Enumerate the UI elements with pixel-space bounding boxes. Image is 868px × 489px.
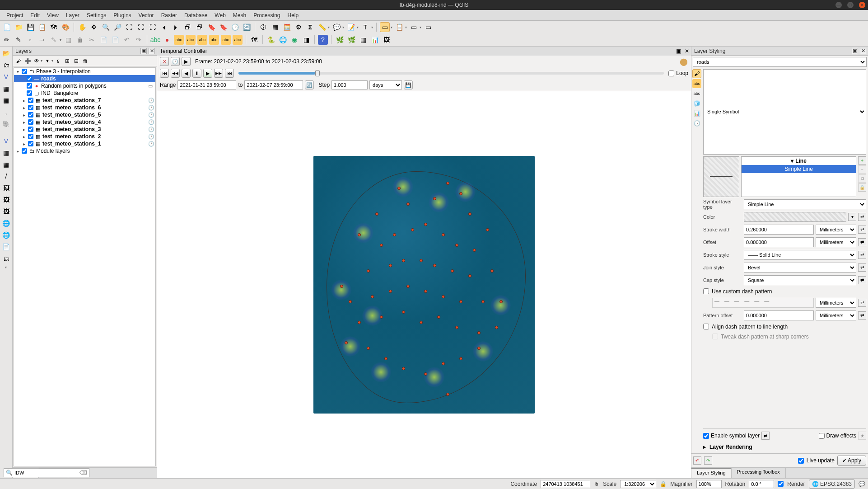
expand-icon[interactable]: ▸: [21, 141, 27, 146]
new-map-view-button[interactable]: 🗗: [183, 22, 193, 32]
abc-yellow-2-button[interactable]: abc: [186, 35, 196, 45]
loop-checkbox[interactable]: [668, 71, 674, 76]
layer-checkbox[interactable]: [28, 127, 33, 132]
menu-settings[interactable]: Settings: [83, 11, 110, 20]
lock-scale-icon[interactable]: [660, 481, 667, 487]
zoom-next-button[interactable]: ⏵: [171, 22, 181, 32]
save-project-button[interactable]: [25, 22, 35, 32]
menu-layer[interactable]: Layer: [62, 11, 83, 20]
vtab-diagrams[interactable]: 📊: [692, 109, 701, 118]
symbol-mode-select[interactable]: Single Symbol: [703, 69, 866, 155]
grass-tool-5[interactable]: 🖼: [382, 35, 392, 45]
menu-web[interactable]: Web: [211, 11, 229, 20]
layer-item-meteo-7[interactable]: ▸ ▦ test_meteo_stations_7: [14, 97, 155, 104]
window-close-button[interactable]: ✕: [859, 2, 865, 8]
style-manager-button[interactable]: 🎨: [61, 22, 70, 32]
add-vector-button[interactable]: V: [1, 72, 11, 82]
paste-button[interactable]: 📄: [110, 35, 120, 45]
color-dropdown[interactable]: ▾: [848, 213, 856, 221]
temporal-fast-forward-button[interactable]: [225, 69, 234, 78]
expand-icon[interactable]: ▸: [703, 444, 706, 450]
step-unit-select[interactable]: days: [369, 80, 402, 89]
add-wfs-button[interactable]: 🖼: [1, 207, 11, 216]
layer-checkbox[interactable]: [28, 119, 33, 125]
stroke-width-override-button[interactable]: ⇄: [858, 226, 866, 234]
refresh-button[interactable]: [242, 22, 252, 32]
zoom-last-button[interactable]: ⏴: [159, 22, 169, 32]
expand-icon[interactable]: ▸: [21, 127, 27, 132]
layer-group-module[interactable]: ▸ 🗀 Module layers: [14, 147, 155, 155]
redo-button[interactable]: [134, 35, 144, 45]
layer-item-meteo-3[interactable]: ▸ ▦ test_meteo_stations_3: [14, 126, 155, 133]
add-wcs-button[interactable]: 🖼: [1, 195, 11, 205]
layer-item-bangalore[interactable]: ▢ IND_Bangalore: [14, 89, 155, 97]
enable-symbol-checkbox[interactable]: [703, 433, 709, 439]
undo-button[interactable]: [122, 35, 132, 45]
add-wms-button[interactable]: 🖼: [1, 183, 11, 193]
join-style-override-button[interactable]: ⇄: [858, 263, 866, 272]
vtab-history[interactable]: 🕓: [692, 119, 701, 128]
select-feature-button[interactable]: ▭: [380, 22, 390, 32]
expand-icon[interactable]: ▸: [21, 113, 27, 118]
add-arcgis-button[interactable]: [1, 230, 11, 240]
annotation-button[interactable]: 📝: [346, 22, 356, 32]
plugin-button-2[interactable]: ◨: [301, 35, 311, 45]
temporal-fixed-range-button[interactable]: [171, 57, 180, 66]
remove-symbol-layer-button[interactable]: －: [858, 165, 866, 174]
temporal-play-backward-button[interactable]: [171, 69, 180, 78]
tab-layer-styling[interactable]: Layer Styling: [691, 468, 732, 478]
styling-close-button[interactable]: ✕: [860, 48, 866, 54]
menu-project[interactable]: Project: [3, 11, 27, 20]
remove-layer-button[interactable]: 🗑: [81, 57, 89, 65]
vtab-symbology[interactable]: 🖌: [692, 69, 701, 78]
layer-item-meteo-4[interactable]: ▸ ▦ test_meteo_stations_4: [14, 118, 155, 126]
menu-vector[interactable]: Vector: [135, 11, 158, 20]
rotation-input[interactable]: [749, 480, 774, 488]
layer-checkbox[interactable]: [27, 76, 32, 81]
temporal-play-forward-button[interactable]: [214, 69, 223, 78]
lock-symbol-layer-button[interactable]: [858, 183, 866, 192]
layers-panel-dock-button[interactable]: ▣: [140, 48, 147, 54]
add-feature-button[interactable]: ▫: [25, 35, 35, 45]
window-maximize-button[interactable]: □: [847, 2, 854, 8]
enable-symbol-override-button[interactable]: ⇄: [761, 432, 770, 440]
pan-to-selection-button[interactable]: ✥: [89, 22, 99, 32]
layer-checkbox[interactable]: [28, 141, 33, 146]
temporal-animated-button[interactable]: [182, 57, 191, 66]
menu-edit[interactable]: Edit: [27, 11, 43, 20]
layer-item-meteo-6[interactable]: ▸ ▦ test_meteo_stations_6: [14, 104, 155, 111]
abc-yellow-5-button[interactable]: abc: [221, 35, 231, 45]
group-checkbox[interactable]: [22, 148, 27, 154]
temporal-rewind-button[interactable]: [160, 69, 169, 78]
styling-layer-select[interactable]: roads: [693, 57, 867, 67]
range-to-input[interactable]: [244, 80, 303, 89]
grass-tool-3[interactable]: ▦: [358, 35, 368, 45]
python-console-button[interactable]: [266, 35, 276, 45]
cap-style-select[interactable]: Square: [744, 275, 856, 285]
layout-manager-button[interactable]: 🗺: [49, 22, 59, 32]
filter-expression-button[interactable]: ε: [54, 57, 62, 65]
redo-style-button[interactable]: ↷: [704, 456, 712, 465]
copy-button[interactable]: 📄: [98, 35, 108, 45]
grass-tool-2[interactable]: 🌿: [346, 35, 356, 45]
grass-tool-4[interactable]: 📊: [370, 35, 380, 45]
layers-tree[interactable]: ▾ 🗀 Phase 3 - Interpolation — roads ● Ra…: [14, 67, 156, 466]
offset-input[interactable]: [744, 237, 814, 247]
metasearch-button[interactable]: [278, 35, 288, 45]
new-bookmark-button[interactable]: 🔖: [206, 22, 216, 32]
identify-button[interactable]: 🛈: [258, 22, 268, 32]
temporal-play-button[interactable]: [203, 69, 212, 78]
add-xyz-button[interactable]: [1, 218, 11, 228]
step-input[interactable]: [331, 80, 368, 89]
dash-override-button[interactable]: ⇄: [858, 299, 866, 307]
menu-processing[interactable]: Processing: [250, 11, 284, 20]
add-mesh-button[interactable]: ▦: [1, 95, 11, 105]
abc-yellow-3-button[interactable]: abc: [197, 35, 207, 45]
new-print-layout-button[interactable]: 📋: [37, 22, 47, 32]
layer-group[interactable]: ▾ 🗀 Phase 3 - Interpolation: [14, 68, 155, 75]
tab-processing-toolbox[interactable]: Processing Toolbox: [732, 468, 786, 478]
temporal-settings-button[interactable]: ⬤: [679, 57, 688, 66]
layer-checkbox[interactable]: [28, 98, 33, 103]
vtab-masks[interactable]: abc: [692, 89, 701, 98]
abc-label-button[interactable]: abc: [150, 35, 160, 45]
